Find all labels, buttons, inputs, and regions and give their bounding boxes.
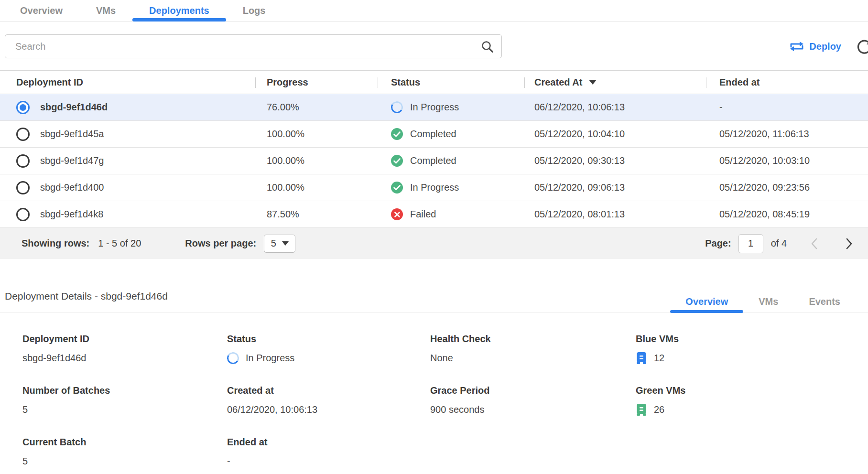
detail-field-label: Green VMs — [636, 385, 868, 396]
status-cell: Failed — [410, 209, 436, 220]
table-row[interactable]: sbgd-9ef1d400 100.00% In Progress 05/12/… — [0, 174, 868, 201]
search-input[interactable] — [5, 35, 481, 58]
deployment-id-cell: sbgd-9ef1d45a — [40, 129, 104, 140]
swap-arrows-icon — [790, 41, 804, 52]
search-icon — [481, 40, 494, 53]
check-circle-icon — [391, 182, 403, 194]
tab-deployments[interactable]: Deployments — [132, 0, 226, 21]
column-header-created-at[interactable]: Created At — [524, 71, 706, 94]
refresh-button[interactable] — [856, 38, 868, 54]
ended-at-cell: 05/12/2020, 11:06:13 — [719, 129, 809, 140]
table-row[interactable]: sbgd-9ef1d45a 100.00% Completed 05/12/20… — [0, 121, 868, 148]
detail-field: Ended at - — [227, 437, 430, 468]
created-at-cell: 06/12/2020, 10:06:13 — [534, 102, 625, 113]
search-box — [5, 34, 502, 58]
rows-per-page-value: 5 — [271, 238, 276, 249]
detail-field: Deployment ID sbgd-9ef1d46d — [22, 334, 227, 365]
detail-field: Health Check None — [430, 334, 636, 365]
progress-cell: 87.50% — [267, 209, 299, 220]
created-at-cell: 05/12/2020, 08:01:13 — [534, 209, 625, 220]
detail-field-label: Deployment ID — [22, 334, 227, 345]
tab-logs[interactable]: Logs — [226, 0, 282, 21]
row-radio[interactable] — [16, 208, 30, 221]
showing-rows-value: 1 - 5 of 20 — [98, 238, 141, 249]
table-row[interactable]: sbgd-9ef1d47g 100.00% Completed 05/12/20… — [0, 148, 868, 174]
check-circle-icon — [391, 155, 403, 167]
status-cell: Completed — [410, 129, 456, 140]
vm-icon — [636, 403, 647, 416]
previous-page-button[interactable] — [809, 236, 819, 251]
created-at-cell: 05/12/2020, 09:30:13 — [534, 155, 625, 166]
details-tab-vms[interactable]: VMs — [743, 290, 793, 313]
details-tab-events[interactable]: Events — [793, 290, 856, 313]
check-circle-icon — [391, 128, 403, 140]
progress-cell: 76.00% — [267, 102, 299, 113]
ended-at-cell: 05/12/2020, 10:03:10 — [719, 155, 810, 166]
detail-field-value: In Progress — [246, 353, 294, 364]
x-circle-icon — [391, 208, 403, 220]
top-tab-bar: OverviewVMsDeploymentsLogs — [0, 0, 868, 22]
deployment-id-cell: sbgd-9ef1d46d — [40, 102, 108, 113]
toolbar: Deploy — [0, 34, 868, 58]
column-header-progress[interactable]: Progress — [255, 71, 378, 94]
status-cell: Completed — [410, 155, 456, 166]
deployments-page: { "colors": { "accent_blue": "#2F80ED", … — [0, 0, 868, 474]
progress-cell: 100.00% — [267, 129, 304, 140]
detail-field: Created at 06/12/2020, 10:06:13 — [227, 385, 430, 417]
deploy-button[interactable]: Deploy — [790, 41, 841, 52]
sort-desc-icon — [589, 80, 597, 85]
detail-field-value: 26 — [654, 404, 664, 415]
row-radio[interactable] — [16, 154, 30, 168]
column-header-deployment-id[interactable]: Deployment ID — [0, 71, 255, 94]
deploy-button-label: Deploy — [809, 41, 841, 52]
detail-field-value: sbgd-9ef1d46d — [22, 353, 86, 364]
details-tab-bar: OverviewVMsEvents — [670, 290, 856, 313]
status-cell: In Progress — [410, 102, 459, 113]
ended-at-cell: 05/12/2020, 09:23:56 — [719, 182, 810, 193]
detail-field-value: 12 — [654, 353, 664, 364]
details-tab-overview[interactable]: Overview — [670, 290, 743, 313]
detail-field: Grace Period 900 seconds — [430, 385, 636, 417]
row-radio[interactable] — [16, 128, 30, 141]
page-total-label: of 4 — [771, 238, 787, 249]
spinner-icon — [390, 100, 404, 115]
deployment-id-cell: sbgd-9ef1d400 — [40, 182, 104, 193]
tab-vms[interactable]: VMs — [79, 0, 132, 21]
column-header-status[interactable]: Status — [378, 71, 524, 94]
column-header-ended-at[interactable]: Ended at — [706, 71, 868, 94]
detail-field-label: Current Batch — [22, 437, 227, 448]
detail-field: Green VMs 26 — [636, 385, 868, 417]
ended-at-cell: 05/12/2020, 08:45:19 — [719, 209, 810, 220]
created-at-cell: 05/12/2020, 09:06:13 — [534, 182, 625, 193]
detail-field-label: Grace Period — [430, 385, 636, 396]
row-radio[interactable] — [16, 101, 30, 114]
page-number-input[interactable] — [738, 234, 763, 253]
detail-field-label: Blue VMs — [636, 334, 868, 345]
ended-at-cell: - — [719, 102, 723, 113]
table-body: sbgd-9ef1d46d 76.00% In Progress 06/12/2… — [0, 94, 868, 228]
status-cell: In Progress — [410, 182, 459, 193]
chevron-left-icon — [811, 238, 817, 249]
detail-field-label: Status — [227, 334, 430, 345]
detail-field-label: Created at — [227, 385, 430, 396]
table-header: Deployment ID Progress Status Created At… — [0, 70, 868, 94]
showing-rows-label: Showing rows: — [22, 238, 89, 249]
details-title: Deployment Details - sbgd-9ef1d46d — [0, 291, 168, 312]
rows-per-page-label: Rows per page: — [185, 238, 256, 249]
detail-field-value: 5 — [22, 404, 28, 415]
rows-per-page-select[interactable]: 5 — [264, 235, 295, 253]
detail-field-value: None — [430, 353, 453, 364]
next-page-button[interactable] — [844, 236, 855, 251]
table-row[interactable]: sbgd-9ef1d46d 76.00% In Progress 06/12/2… — [0, 94, 868, 121]
detail-field: Current Batch 5 — [22, 437, 227, 468]
tab-overview[interactable]: Overview — [3, 0, 79, 21]
details-grid: Deployment ID sbgd-9ef1d46d Status — [0, 334, 868, 468]
spinner-icon — [226, 351, 240, 366]
row-radio[interactable] — [16, 181, 30, 194]
chevron-right-icon — [846, 238, 853, 249]
detail-field: Number of Batches 5 — [22, 385, 227, 417]
vm-icon — [636, 352, 647, 365]
detail-field-value: 900 seconds — [430, 404, 484, 415]
detail-field-value: - — [227, 456, 230, 467]
table-row[interactable]: sbgd-9ef1d4k8 87.50% Failed 05/12/2020, … — [0, 201, 868, 228]
